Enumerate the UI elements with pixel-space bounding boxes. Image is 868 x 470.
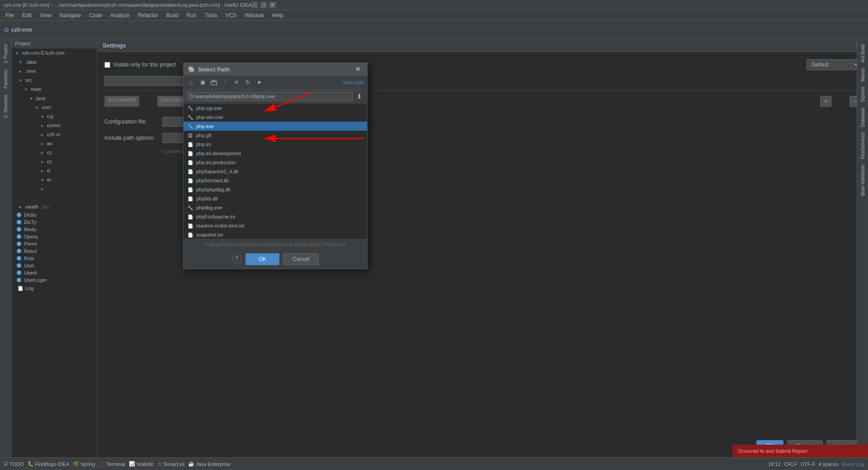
minimize-button[interactable]: − <box>251 2 258 8</box>
tree-cc1[interactable]: ▸ cc <box>11 148 97 157</box>
bookmark-button[interactable]: ★ <box>254 77 264 87</box>
maven-vtab[interactable]: Maven <box>859 66 866 83</box>
select-path-close-button[interactable]: ✕ <box>354 66 363 73</box>
menu-view[interactable]: View <box>36 11 55 19</box>
settings-dropdown[interactable]: Default <box>807 59 861 70</box>
list-log[interactable]: 📄 Log <box>11 284 97 293</box>
sqview-vtab[interactable]: SqView <box>859 85 866 104</box>
menu-help[interactable]: Help <box>269 11 287 19</box>
tree-d[interactable]: ▸ d. <box>11 166 97 175</box>
tree-com[interactable]: ▾ com <box>11 103 97 112</box>
terminal-tab[interactable]: ⬛ Terminal <box>99 461 125 467</box>
path-text-input[interactable] <box>186 92 353 101</box>
list-resul-label: Resul <box>24 248 37 254</box>
file-item-php-exe[interactable]: 🔧 php.exe <box>184 122 367 131</box>
list-permi[interactable]: Permi <box>11 240 97 247</box>
up-button[interactable]: ↑ <box>220 77 230 87</box>
cyan-dot-icon <box>17 213 21 217</box>
file-item-php-ini-prod[interactable]: 📄 php.ini-production <box>184 158 367 167</box>
tree-as[interactable]: ▸ as <box>11 139 97 148</box>
maximize-button[interactable]: □ <box>260 2 267 8</box>
findbugs-tab[interactable]: 🐛 FindBugs-IDEA <box>28 461 70 467</box>
project-vtab[interactable]: 1: Project <box>2 43 9 65</box>
list-dicty[interactable]: DicTy <box>11 218 97 226</box>
bean-vtab[interactable]: Bean Validation <box>859 163 866 198</box>
file-item-php5ts[interactable]: 📄 php5ts.dll <box>184 194 367 203</box>
sonarlint-tab[interactable]: ⚠ SonarLint <box>157 461 184 467</box>
tree-cc2[interactable]: ▸ cc <box>11 157 97 166</box>
cyan-dot-icon <box>17 227 21 232</box>
dialog-ok-button[interactable]: OK <box>245 253 279 265</box>
home-button[interactable]: ⌂ <box>186 77 196 87</box>
file-item-php-win[interactable]: 🔧 php-win.exe <box>184 113 367 122</box>
rest-vtab[interactable]: RestServices <box>859 131 866 161</box>
list-resul[interactable]: Resul <box>11 247 97 255</box>
tree-main[interactable]: ▾ main <box>11 85 97 94</box>
statistic-tab[interactable]: 📊 Statistic <box>129 461 154 467</box>
file-name: php5ts.dll <box>196 196 217 201</box>
close-button[interactable]: ✕ <box>269 2 276 8</box>
tree-cyj[interactable]: ▾ cyj <box>11 112 97 121</box>
file-item-php5phpdbg[interactable]: 📄 php5phpdbg.dll <box>184 185 367 194</box>
tree-sub[interactable]: ▸ <box>11 184 97 193</box>
menu-run[interactable]: Run <box>183 11 200 19</box>
desktop-button[interactable]: ▣ <box>198 77 208 87</box>
tree-root[interactable]: ▾ czh-crm E:\czh-crm <box>11 48 97 57</box>
file-item-php-ini[interactable]: 📄 php.ini <box>184 140 367 149</box>
file-item-php5apache[interactable]: 📄 php5apache2_4.dll <box>184 167 367 176</box>
file-list[interactable]: 🔧 php-cgi.exe 🔧 php-win.exe 🔧 php.exe 🖼 … <box>184 103 367 239</box>
ant-build-vtab[interactable]: Ant Build <box>859 43 866 64</box>
tree-comm[interactable]: ▸ comm <box>11 121 97 130</box>
new-folder-button[interactable] <box>209 77 219 87</box>
tree-src[interactable]: ▾ src <box>11 76 97 85</box>
refresh-dialog-button[interactable]: ↻ <box>243 77 253 87</box>
file-item-php5embed[interactable]: 📄 php5embed.lib <box>184 176 367 185</box>
delete-button[interactable]: ✕ <box>231 77 241 87</box>
tree-weath-status: Sto <box>42 204 49 209</box>
path-action-button[interactable]: ⬇ <box>354 91 364 101</box>
tree-weath[interactable]: ▸ weath Sto <box>11 202 97 211</box>
tree-idea[interactable]: ▾ .idea <box>11 57 97 66</box>
menu-file[interactable]: File <box>2 11 18 19</box>
file-item-php-gif[interactable]: 🖼 php.gif <box>184 131 367 140</box>
event-log[interactable]: Event Log <box>842 461 864 467</box>
spring-tab[interactable]: 🌿 Spring <box>73 461 95 467</box>
dialog-cancel-button[interactable]: Cancel <box>283 253 319 265</box>
list-role[interactable]: Role <box>11 255 97 262</box>
list-modu[interactable]: Modu <box>11 226 97 233</box>
file-item-phpdbg[interactable]: 🔧 phpdbg.exe <box>184 203 367 212</box>
menu-build[interactable]: Build <box>163 11 182 19</box>
add-interpreter-button[interactable]: + <box>820 96 831 107</box>
list-dictio[interactable]: Dictio <box>11 211 97 218</box>
database-vtab[interactable]: Database <box>859 106 866 129</box>
file-item-php-cgi[interactable]: 🔧 php-cgi.exe <box>184 104 367 113</box>
menu-navigate[interactable]: Navigate <box>56 11 85 19</box>
menu-edit[interactable]: Edit <box>19 11 35 19</box>
hide-path-button[interactable]: Hide path <box>343 80 364 85</box>
tree-mvn[interactable]: ▸ .mvn <box>11 66 97 76</box>
favorites-vtab[interactable]: Favorites <box>2 68 9 90</box>
error-occurred: Occurred <box>738 448 758 454</box>
menu-tools[interactable]: Tools <box>201 11 221 19</box>
list-userlr[interactable]: Userlr <box>11 269 97 276</box>
menu-window[interactable]: Window <box>241 11 268 19</box>
file-item-snapshot[interactable]: 📄 snapshot.txt <box>184 230 367 239</box>
file-item-php-ini-dev[interactable]: 📄 php.ini-development <box>184 149 367 158</box>
list-user[interactable]: User <box>11 262 97 269</box>
tree-java[interactable]: ▾ java <box>11 94 97 103</box>
menu-refactor[interactable]: Refactor <box>134 11 162 19</box>
menu-analyze[interactable]: Analyze <box>107 11 133 19</box>
file-item-phpforapache[interactable]: 📄 phpForApache.ini <box>184 212 367 221</box>
menu-code[interactable]: Code <box>85 11 106 19</box>
menu-vcs[interactable]: VCS <box>222 11 241 19</box>
structure-vtab[interactable]: 2: Structure <box>2 93 9 120</box>
todo-tab[interactable]: ☑ TODO <box>4 461 24 467</box>
list-opera[interactable]: Opera <box>11 233 97 240</box>
dialog-help-button[interactable]: ? <box>232 253 242 263</box>
list-userlogin[interactable]: UserLogin <box>11 276 97 284</box>
file-item-readme[interactable]: 📄 readme-redist-bins.txt <box>184 221 367 230</box>
tree-er[interactable]: ▾ er <box>11 175 97 184</box>
java-enterprise-tab[interactable]: ☕ Java Enterprise <box>188 461 230 467</box>
visible-only-checkbox[interactable] <box>104 62 110 68</box>
tree-czh[interactable]: ▸ czh cr <box>11 130 97 139</box>
